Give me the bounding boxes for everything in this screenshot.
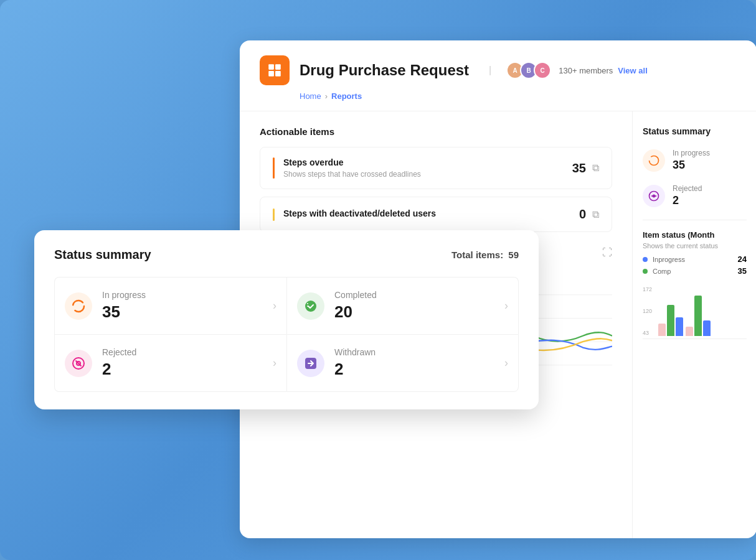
view-all-link[interactable]: View all — [618, 66, 647, 75]
sidebar-divider — [643, 220, 747, 220]
bar-green-1 — [667, 305, 674, 336]
status-text-completed: Completed 20 — [334, 290, 494, 322]
chevron-right-completed: › — [504, 299, 508, 312]
breadcrumb-home[interactable]: Home — [300, 91, 321, 101]
action-count-overdue: 35 — [572, 161, 586, 175]
action-border-overdue — [273, 157, 275, 179]
y-label-120: 120 — [643, 308, 652, 314]
action-border-deactivated — [273, 208, 275, 221]
status-label-rejected: Rejected — [102, 347, 263, 357]
svg-point-13 — [650, 156, 659, 165]
members-row: A B C 130+ members View all — [506, 62, 648, 79]
status-value-inprogress: 35 — [102, 302, 263, 322]
status-label-inprogress: In progress — [102, 290, 263, 300]
status-icon-withdrawn — [297, 350, 324, 377]
status-card-title: Status summary — [54, 248, 151, 262]
chevron-right-inprogress: › — [273, 299, 276, 312]
status-label-withdrawn: Withdrawn — [334, 347, 494, 357]
bar-chart: 172 120 43 — [643, 283, 747, 339]
legend-dot-completed — [643, 269, 648, 274]
actionable-items-title: Actionable items — [260, 126, 612, 137]
legend-value-completed: 35 — [738, 266, 747, 276]
legend-row-inprogress: Inprogress 24 — [643, 254, 747, 264]
main-header: Drug Purchase Request | A B C 130+ membe… — [240, 40, 756, 111]
action-count-deactivated: 0 — [579, 207, 586, 222]
item-status-sub: Shows the current status — [643, 242, 747, 250]
avatar-3: C — [534, 62, 551, 79]
y-label-172: 172 — [643, 286, 652, 292]
page-title: Drug Purchase Request — [300, 62, 469, 79]
legend-dot-inprogress — [643, 257, 648, 262]
sidebar-rejected-icon-circle — [643, 185, 665, 207]
svg-rect-1 — [275, 64, 281, 70]
header-divider: | — [489, 65, 491, 76]
members-count: 130+ members — [559, 66, 613, 75]
svg-rect-3 — [275, 71, 281, 77]
breadcrumb-separator: › — [325, 91, 328, 101]
sidebar-inprogress-label: In progress — [673, 149, 710, 157]
legend-label-completed: Comp — [653, 268, 671, 275]
legend-value-inprogress: 24 — [738, 254, 747, 264]
breadcrumb-current[interactable]: Reports — [331, 91, 362, 101]
status-text-withdrawn: Withdrawn 2 — [334, 347, 494, 379]
status-item-withdrawn[interactable]: Withdrawn 2 › — [286, 334, 519, 392]
status-text-rejected: Rejected 2 — [102, 347, 263, 379]
bar-group-1 — [658, 305, 683, 336]
chevron-right-rejected: › — [273, 357, 276, 370]
status-item-inprogress[interactable]: In progress 35 › — [54, 277, 286, 334]
status-icon-completed — [297, 292, 324, 320]
bar-green-2 — [694, 296, 702, 336]
status-value-rejected: 2 — [102, 360, 263, 379]
bar-blue-2 — [703, 320, 711, 336]
legend-row-completed: Comp 35 — [643, 266, 747, 276]
svg-point-18 — [305, 301, 316, 312]
total-items-label: Total items: 59 — [451, 250, 519, 260]
status-label-completed: Completed — [334, 290, 494, 300]
action-item-deactivated[interactable]: Steps with deactivated/deleted users 0 ⧉ — [260, 197, 612, 232]
right-sidebar: Status summary In progress 35 — [632, 111, 756, 538]
chevron-right-withdrawn: › — [504, 357, 508, 370]
bar-groups — [658, 286, 711, 336]
sidebar-stat-inprogress: In progress 35 — [643, 149, 747, 172]
status-card-header: Status summary Total items: 59 — [54, 248, 519, 262]
item-status-title: Item status (Month — [643, 230, 747, 240]
status-summary-card: Status summary Total items: 59 In progre… — [34, 230, 539, 409]
avatars: A B C — [506, 62, 551, 79]
svg-rect-2 — [268, 71, 274, 77]
bar-chart-y-labels: 172 120 43 — [643, 286, 652, 336]
svg-point-16 — [653, 194, 656, 197]
legend-label-inprogress: Inprogress — [653, 256, 685, 263]
status-text-inprogress: In progress 35 — [102, 290, 263, 322]
action-subtitle-overdue: Shows steps that have crossed deadlines — [283, 170, 421, 179]
svg-rect-0 — [268, 64, 274, 70]
sidebar-rejected-value: 2 — [673, 194, 702, 207]
status-grid: In progress 35 › Completed 20 › — [54, 277, 519, 392]
svg-point-17 — [73, 301, 84, 312]
status-item-rejected[interactable]: Rejected 2 › — [54, 334, 286, 392]
sidebar-inprogress-icon-circle — [643, 149, 665, 172]
status-value-withdrawn: 2 — [334, 360, 494, 379]
sidebar-rejected-label: Rejected — [673, 184, 702, 193]
bar-group-2 — [686, 296, 711, 336]
bar-blue-1 — [676, 317, 683, 336]
y-label-43: 43 — [643, 330, 652, 336]
status-icon-inprogress — [65, 292, 92, 320]
external-link-icon-deactivated[interactable]: ⧉ — [592, 209, 599, 220]
bar-pink-1 — [658, 324, 666, 336]
action-item-overdue[interactable]: Steps overdue Shows steps that have cros… — [260, 147, 612, 189]
action-title-deactivated: Steps with deactivated/deleted users — [283, 208, 436, 218]
status-item-completed[interactable]: Completed 20 › — [286, 277, 519, 334]
item-status-section: Item status (Month Shows the current sta… — [643, 230, 747, 339]
expand-chart-icon[interactable]: ⛶ — [602, 247, 612, 258]
sidebar-stat-rejected: Rejected 2 — [643, 184, 747, 207]
sidebar-inprogress-value: 35 — [673, 159, 710, 172]
sidebar-status-title: Status summary — [643, 126, 747, 136]
bar-pink-2 — [686, 327, 693, 336]
status-icon-rejected — [65, 350, 92, 377]
app-icon — [260, 55, 290, 85]
action-title-overdue: Steps overdue — [283, 157, 421, 167]
external-link-icon-overdue[interactable]: ⧉ — [592, 162, 599, 174]
status-value-completed: 20 — [334, 302, 494, 322]
breadcrumb: Home › Reports — [260, 91, 737, 101]
